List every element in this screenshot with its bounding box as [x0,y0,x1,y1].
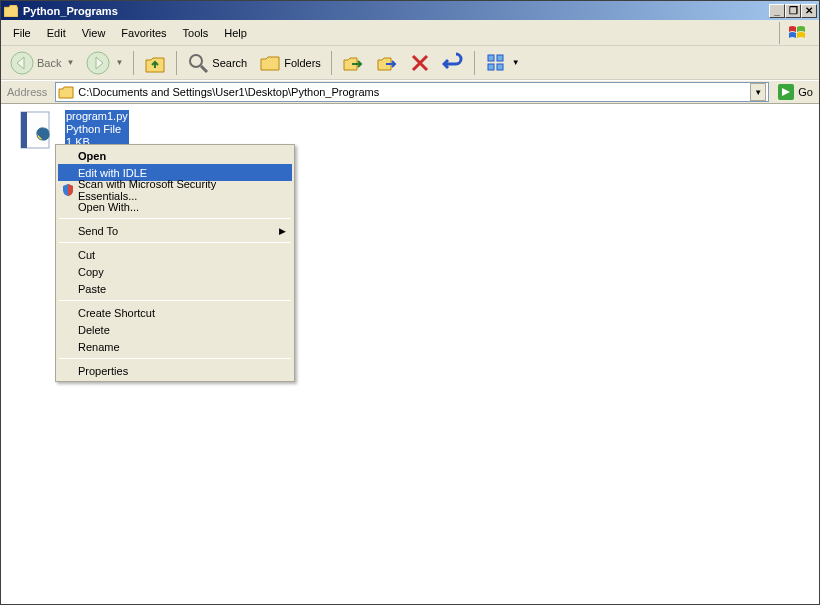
address-label: Address [3,86,51,98]
ctx-copy[interactable]: Copy [58,263,292,280]
folders-icon [259,52,281,74]
go-icon [777,83,795,101]
svg-rect-10 [21,112,27,148]
svg-rect-4 [488,55,494,61]
ctx-create-shortcut[interactable]: Create Shortcut [58,304,292,321]
ctx-paste[interactable]: Paste [58,280,292,297]
up-button[interactable] [139,49,171,77]
forward-button[interactable]: ▼ [81,49,128,77]
submenu-arrow-icon: ▶ [279,226,286,236]
views-button[interactable]: ▼ [480,49,525,77]
menu-bar: File Edit View Favorites Tools Help [1,20,819,46]
shield-icon [60,182,76,198]
folder-icon [58,85,74,99]
address-dropdown[interactable]: ▼ [750,83,766,101]
ctx-rename[interactable]: Rename [58,338,292,355]
menu-favorites[interactable]: Favorites [113,24,174,42]
ctx-open-with[interactable]: Open With... [58,198,292,215]
windows-logo-icon [779,22,815,44]
minimize-button[interactable]: _ [769,4,785,18]
address-path: C:\Documents and Settings\User1\Desktop\… [78,86,746,98]
toolbar: Back ▼ ▼ Search Folders [1,46,819,80]
window-title: Python_Programs [23,5,769,17]
separator [59,358,291,359]
svg-rect-6 [488,64,494,70]
svg-line-3 [201,66,207,72]
forward-icon [86,51,110,75]
address-bar: Address C:\Documents and Settings\User1\… [1,80,819,104]
menu-view[interactable]: View [74,24,114,42]
menu-file[interactable]: File [5,24,39,42]
address-input[interactable]: C:\Documents and Settings\User1\Desktop\… [55,82,769,102]
views-icon [485,52,507,74]
svg-rect-5 [497,55,503,61]
folder-icon [3,4,19,18]
copy-to-button[interactable] [371,49,403,77]
undo-icon [442,52,464,74]
search-icon [187,52,209,74]
title-bar: Python_Programs _ ❐ ✕ [1,1,819,20]
delete-icon [410,53,430,73]
move-to-button[interactable] [337,49,369,77]
ctx-send-to[interactable]: Send To▶ [58,222,292,239]
file-name: program1.py [65,110,129,123]
maximize-button[interactable]: ❐ [785,4,801,18]
go-button[interactable]: Go [773,82,817,102]
menu-edit[interactable]: Edit [39,24,74,42]
move-to-icon [342,52,364,74]
ctx-cut[interactable]: Cut [58,246,292,263]
chevron-down-icon: ▼ [66,58,74,67]
menu-help[interactable]: Help [216,24,255,42]
ctx-delete[interactable]: Delete [58,321,292,338]
undo-button[interactable] [437,49,469,77]
explorer-window: Python_Programs _ ❐ ✕ File Edit View Fav… [0,0,820,605]
separator [59,218,291,219]
chevron-down-icon: ▼ [512,58,520,67]
ctx-open[interactable]: Open [58,147,292,164]
context-menu: Open Edit with IDLE Scan with Microsoft … [55,144,295,382]
delete-button[interactable] [405,49,435,77]
search-button[interactable]: Search [182,49,252,77]
menu-tools[interactable]: Tools [175,24,217,42]
copy-to-icon [376,52,398,74]
close-button[interactable]: ✕ [801,4,817,18]
svg-point-2 [190,55,202,67]
file-type: Python File [65,123,129,136]
separator [59,242,291,243]
content-area[interactable]: program1.py Python File 1 KB Open Edit w… [1,104,819,604]
svg-rect-7 [497,64,503,70]
ctx-properties[interactable]: Properties [58,362,292,379]
back-icon [10,51,34,75]
back-button[interactable]: Back ▼ [5,49,79,77]
chevron-down-icon: ▼ [115,58,123,67]
window-controls: _ ❐ ✕ [769,4,817,18]
separator [59,300,291,301]
folders-button[interactable]: Folders [254,49,326,77]
folder-up-icon [144,52,166,74]
ctx-scan[interactable]: Scan with Microsoft Security Essentials.… [58,181,292,198]
